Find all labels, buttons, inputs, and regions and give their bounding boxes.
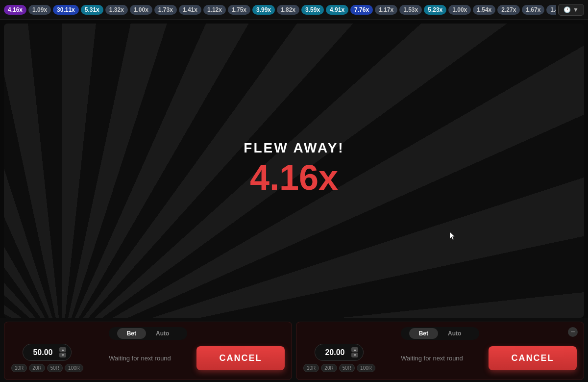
right-tab-auto[interactable]: Auto (438, 328, 471, 339)
multiplier-badge-12[interactable]: 3.59x (301, 5, 324, 15)
left-bet-input[interactable] (28, 348, 57, 357)
left-waiting-text: Waiting for next round (89, 355, 191, 362)
multiplier-badge-11[interactable]: 1.82x (277, 5, 299, 15)
right-quick-20r[interactable]: 20R (321, 364, 337, 372)
multiplier-badge-4[interactable]: 1.32x (105, 5, 128, 15)
multiplier-badge-22[interactable]: 1.46x (546, 5, 556, 15)
left-bet-input-box: ▲ ▼ (23, 344, 72, 361)
crash-multiplier: 4.16x (244, 160, 344, 195)
right-waiting-text: Waiting for next round (381, 355, 483, 362)
right-bet-input[interactable] (320, 348, 349, 357)
right-bet-input-wrapper: ▲ ▼ 10R 20R 50R 100R (303, 344, 375, 372)
right-quick-bets: 10R 20R 50R 100R (303, 364, 375, 372)
left-quick-10r[interactable]: 10R (11, 364, 27, 372)
right-quick-50r[interactable]: 50R (339, 364, 355, 372)
left-tab-bet[interactable]: Bet (117, 328, 146, 339)
left-bet-input-wrapper: ▲ ▼ 10R 20R 50R 100R (11, 344, 83, 372)
multiplier-badge-18[interactable]: 1.00x (448, 5, 471, 15)
left-stepper-down[interactable]: ▼ (59, 353, 66, 357)
right-panel-tabs: Bet Auto (401, 327, 479, 340)
top-bar: 4.16x1.09x30.11x5.31x1.32x1.00x1.73x1.41… (0, 0, 588, 20)
multiplier-badge-19[interactable]: 1.54x (473, 5, 495, 15)
right-tab-bet[interactable]: Bet (409, 328, 438, 339)
multiplier-badge-13[interactable]: 4.91x (326, 5, 348, 15)
bet-panel-right: − Bet Auto ▲ ▼ 10R 20R 50R 100R (296, 322, 584, 380)
bottom-panel: Bet Auto ▲ ▼ 10R 20R 50R 100R W (0, 318, 588, 382)
multiplier-badge-3[interactable]: 5.31x (81, 5, 103, 15)
left-tab-auto[interactable]: Auto (146, 328, 179, 339)
left-cancel-button[interactable]: CANCEL (196, 346, 285, 370)
multiplier-badge-10[interactable]: 3.99x (252, 5, 275, 15)
right-panel-close-icon[interactable]: − (568, 327, 578, 337)
multiplier-badge-2[interactable]: 30.11x (53, 5, 79, 15)
multiplier-badge-17[interactable]: 5.23x (424, 5, 446, 15)
left-quick-100r[interactable]: 100R (65, 364, 83, 372)
left-quick-bets: 10R 20R 50R 100R (11, 364, 83, 372)
left-stepper-up[interactable]: ▲ (59, 347, 66, 352)
multiplier-badge-5[interactable]: 1.00x (130, 5, 152, 15)
chevron-down-icon: ▼ (573, 6, 579, 13)
multiplier-badge-9[interactable]: 1.75x (228, 5, 250, 15)
right-bet-input-box: ▲ ▼ (315, 344, 364, 361)
right-panel-body: ▲ ▼ 10R 20R 50R 100R Waiting for next ro… (303, 344, 577, 372)
bet-panel-left: Bet Auto ▲ ▼ 10R 20R 50R 100R W (4, 322, 292, 380)
right-stepper-down[interactable]: ▼ (351, 353, 358, 357)
left-quick-50r[interactable]: 50R (47, 364, 63, 372)
right-quick-10r[interactable]: 10R (303, 364, 319, 372)
multiplier-badge-14[interactable]: 7.76x (350, 5, 373, 15)
left-quick-20r[interactable]: 20R (29, 364, 45, 372)
left-panel-body: ▲ ▼ 10R 20R 50R 100R Waiting for next ro… (11, 344, 285, 372)
history-button[interactable]: 🕐 ▼ (558, 4, 584, 16)
multiplier-badge-7[interactable]: 1.41x (179, 5, 201, 15)
multiplier-badge-8[interactable]: 1.12x (203, 5, 226, 15)
left-panel-tabs: Bet Auto (109, 327, 187, 340)
flew-away-text: FLEW AWAY! (244, 140, 344, 156)
multiplier-badge-6[interactable]: 1.73x (154, 5, 177, 15)
multiplier-list: 4.16x1.09x30.11x5.31x1.32x1.00x1.73x1.41… (4, 5, 556, 15)
clock-icon: 🕐 (564, 6, 571, 13)
multiplier-badge-20[interactable]: 2.27x (497, 5, 520, 15)
multiplier-badge-0[interactable]: 4.16x (4, 5, 26, 15)
left-stepper: ▲ ▼ (59, 347, 66, 357)
right-cancel-button[interactable]: CANCEL (489, 346, 577, 370)
right-stepper-up[interactable]: ▲ (351, 347, 358, 352)
top-bar-right: 🕐 ▼ (558, 4, 584, 16)
multiplier-badge-16[interactable]: 1.53x (399, 5, 422, 15)
multiplier-badge-21[interactable]: 1.67x (522, 5, 544, 15)
right-quick-100r[interactable]: 100R (357, 364, 375, 372)
multiplier-badge-15[interactable]: 1.17x (375, 5, 397, 15)
game-area: FLEW AWAY! 4.16x (4, 24, 584, 318)
right-stepper: ▲ ▼ (351, 347, 358, 357)
multiplier-badge-1[interactable]: 1.09x (28, 5, 51, 15)
flew-away-container: FLEW AWAY! 4.16x (244, 140, 344, 195)
